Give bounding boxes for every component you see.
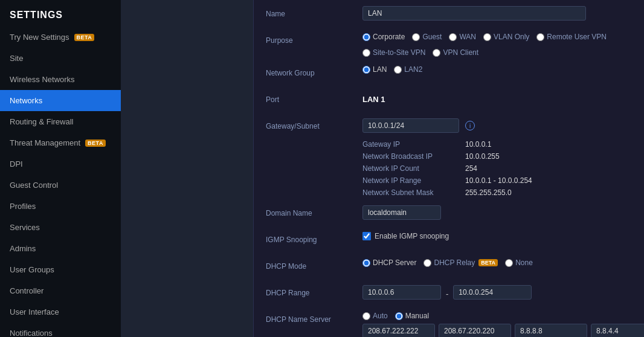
sidebar-item-admins[interactable]: Admins: [0, 238, 121, 259]
sidebar-item-services[interactable]: Services: [0, 217, 121, 238]
purpose-corporate[interactable]: Corporate: [362, 33, 405, 41]
dhcp-none-option[interactable]: None: [505, 258, 533, 267]
gateway-row: Gateway/Subnet i Gateway IP 10.0.0.1 Net…: [266, 118, 644, 197]
port-label: Port: [266, 92, 362, 104]
purpose-label: Purpose: [266, 33, 362, 45]
purpose-site-vpn[interactable]: Site-to-Site VPN: [362, 48, 425, 57]
dhcp-mode-label: DHCP Mode: [266, 258, 362, 271]
igmp-checkbox-label: Enable IGMP snooping: [375, 232, 449, 240]
sidebar-item-user-groups[interactable]: User Groups: [0, 259, 121, 280]
purpose-guest[interactable]: Guest: [412, 33, 442, 41]
gateway-ip-row: Gateway IP 10.0.0.1: [362, 140, 532, 149]
sidebar-item-notifications[interactable]: Notifications: [0, 323, 121, 337]
dns1-input[interactable]: [362, 324, 435, 337]
sidebar-item-wireless-networks[interactable]: Wireless Networks: [0, 69, 121, 90]
beta-badge-threat-management: BETA: [85, 140, 106, 147]
sidebar-item-networks[interactable]: Networks: [0, 90, 121, 111]
broadcast-val: 10.0.0.255: [465, 152, 500, 161]
info-icon[interactable]: i: [465, 121, 475, 130]
sidebar: SETTINGS Try New SettingsBETASiteWireles…: [0, 0, 121, 337]
port-row: Port LAN 1: [266, 92, 644, 110]
dhcp-range-end[interactable]: [453, 285, 532, 300]
ip-range-row: Network IP Range 10.0.0.1 - 10.0.0.254: [362, 176, 532, 185]
name-label: Name: [266, 6, 362, 18]
beta-badge-try-new-settings: BETA: [74, 34, 95, 41]
dhcp-dns-value-area: Auto Manual: [362, 312, 644, 337]
ip-count-label: Network IP Count: [362, 164, 459, 173]
gateway-ip-val: 10.0.0.1: [465, 140, 491, 149]
ng-lan2[interactable]: LAN2: [394, 65, 422, 74]
domain-value-area: [362, 205, 644, 220]
dns4-input[interactable]: [591, 324, 644, 337]
name-input[interactable]: [362, 6, 586, 21]
dhcp-mode-options: DHCP Server DHCP Relay BETA None: [362, 258, 644, 267]
ip-count-val: 254: [465, 164, 477, 173]
subnet-mask-row: Network Subnet Mask 255.255.255.0: [362, 188, 532, 197]
sub-info-block: Gateway IP 10.0.0.1 Network Broadcast IP…: [362, 140, 532, 197]
purpose-row: Purpose Corporate Guest WAN VLAN Only Re…: [266, 33, 644, 57]
purpose-vpn-client[interactable]: VPN Client: [433, 48, 478, 57]
ip-count-row: Network IP Count 254: [362, 164, 532, 173]
sidebar-item-controller[interactable]: Controller: [0, 280, 121, 301]
subnet-mask-label: Network Subnet Mask: [362, 188, 459, 197]
gateway-input[interactable]: [362, 118, 459, 133]
sidebar-item-site[interactable]: Site: [0, 48, 121, 69]
purpose-vlan[interactable]: VLAN Only: [483, 33, 529, 41]
sidebar-item-profiles[interactable]: Profiles: [0, 196, 121, 217]
dhcp-relay-badge: BETA: [478, 259, 498, 266]
igmp-checkbox-input[interactable]: [362, 232, 371, 240]
dns-auto[interactable]: Auto: [362, 312, 388, 320]
subnet-mask-val: 255.255.255.0: [465, 188, 512, 197]
sidebar-item-dpi[interactable]: DPI: [0, 153, 121, 175]
igmp-checkbox[interactable]: Enable IGMP snooping: [362, 232, 449, 240]
dns-inputs: [362, 324, 644, 337]
gateway-ip-label: Gateway IP: [362, 140, 459, 149]
dhcp-range-row: DHCP Range -: [266, 285, 644, 303]
dhcp-dns-label: DHCP Name Server: [266, 312, 362, 324]
igmp-value-area: Enable IGMP snooping: [362, 232, 644, 240]
igmp-row: IGMP Snooping Enable IGMP snooping: [266, 232, 644, 250]
sidebar-item-guest-control[interactable]: Guest Control: [0, 175, 121, 196]
dns-manual[interactable]: Manual: [395, 312, 429, 320]
domain-input[interactable]: [362, 205, 441, 220]
broadcast-row: Network Broadcast IP 10.0.0.255: [362, 152, 532, 161]
sidebar-title: SETTINGS: [0, 0, 121, 27]
network-group-options: LAN LAN2: [362, 65, 644, 74]
port-value: LAN 1: [362, 92, 385, 104]
igmp-label: IGMP Snooping: [266, 232, 362, 244]
sidebar-item-try-new-settings[interactable]: Try New SettingsBETA: [0, 27, 121, 48]
purpose-remote-vpn[interactable]: Remote User VPN: [536, 33, 607, 41]
dhcp-server-option[interactable]: DHCP Server: [362, 258, 416, 267]
ip-range-val: 10.0.0.1 - 10.0.0.254: [465, 176, 532, 185]
network-group-label: Network Group: [266, 65, 362, 77]
domain-row: Domain Name: [266, 205, 644, 223]
dhcp-range-start[interactable]: [362, 285, 441, 300]
gateway-value-area: i Gateway IP 10.0.0.1 Network Broadcast …: [362, 118, 644, 197]
dns2-input[interactable]: [439, 324, 511, 337]
sidebar-item-user-interface[interactable]: User Interface: [0, 301, 121, 323]
name-value-area: [362, 6, 644, 21]
dhcp-relay-option[interactable]: DHCP Relay BETA: [423, 258, 498, 267]
dhcp-range-dash: -: [445, 287, 449, 298]
dhcp-range-value-area: -: [362, 285, 644, 300]
ip-range-label: Network IP Range: [362, 176, 459, 185]
dhcp-range-label: DHCP Range: [266, 285, 362, 297]
left-panel: [121, 0, 254, 337]
right-panel: Name Purpose Corporate Guest WAN VLAN On…: [254, 0, 644, 337]
ng-lan[interactable]: LAN: [362, 65, 387, 74]
network-group-row: Network Group LAN LAN2: [266, 65, 644, 83]
port-value-area: LAN 1: [362, 92, 644, 104]
content-area: Name Purpose Corporate Guest WAN VLAN On…: [121, 0, 644, 337]
gateway-label: Gateway/Subnet: [266, 118, 362, 130]
domain-label: Domain Name: [266, 205, 362, 217]
purpose-wan[interactable]: WAN: [449, 33, 476, 41]
dhcp-dns-mode: Auto Manual: [362, 312, 429, 320]
name-row: Name: [266, 6, 644, 24]
sidebar-item-routing-firewall[interactable]: Routing & Firewall: [0, 111, 121, 132]
sidebar-item-threat-management[interactable]: Threat ManagementBETA: [0, 132, 121, 153]
broadcast-label: Network Broadcast IP: [362, 152, 459, 161]
dhcp-mode-row: DHCP Mode DHCP Server DHCP Relay BETA No…: [266, 258, 644, 277]
dns3-input[interactable]: [515, 324, 587, 337]
dhcp-dns-row: DHCP Name Server Auto Manual: [266, 312, 644, 337]
purpose-options: Corporate Guest WAN VLAN Only Remote Use…: [362, 33, 644, 57]
